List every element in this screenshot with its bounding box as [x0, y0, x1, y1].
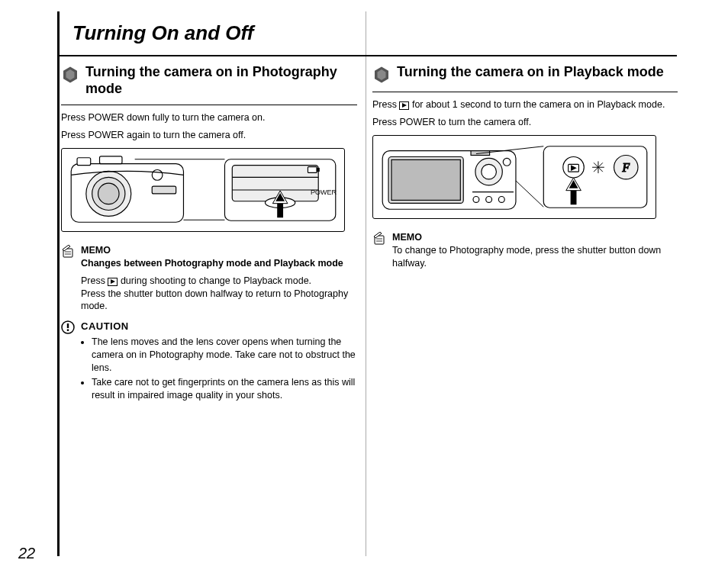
svg-rect-16 — [308, 167, 317, 173]
svg-point-7 — [98, 183, 119, 204]
memo-pencil-icon — [372, 232, 386, 246]
body-text: Press POWER to turn the camera off. — [372, 116, 678, 129]
memo-label: MEMO — [392, 231, 678, 244]
svg-rect-9 — [152, 186, 176, 194]
memo-pencil-icon — [61, 245, 75, 259]
svg-point-34 — [482, 164, 497, 179]
power-label-text: POWER — [311, 188, 337, 196]
hex-bullet-icon — [61, 66, 79, 84]
body-text: Press POWER down fully to turn the camer… — [61, 111, 357, 124]
svg-line-42 — [516, 181, 543, 207]
memo-label: MEMO — [81, 244, 357, 257]
page-title: Turning On and Off — [72, 21, 253, 45]
body-text: Press POWER again to turn the camera off… — [61, 129, 357, 142]
svg-point-39 — [498, 196, 504, 202]
right-column: Turning the camera on in Playback mode P… — [372, 61, 678, 274]
svg-rect-26 — [67, 323, 69, 328]
caution-item: The lens moves and the lens cover opens … — [92, 336, 357, 375]
svg-rect-17 — [317, 168, 319, 171]
svg-rect-3 — [77, 158, 91, 166]
left-column: Turning the camera on in Photography mod… — [61, 61, 357, 404]
svg-point-38 — [486, 196, 492, 202]
svg-point-8 — [152, 169, 163, 180]
svg-point-35 — [503, 158, 511, 166]
memo-block-left: MEMO Changes between Photography mode an… — [61, 244, 357, 270]
hex-bullet-icon — [372, 66, 391, 84]
page-left-rule — [57, 11, 60, 556]
illustration-photography: POWER — [61, 148, 345, 232]
caution-label: CAUTION — [81, 320, 129, 334]
section-title-playback: Turning the camera on in Playback mode — [397, 64, 664, 81]
play-icon — [399, 101, 409, 110]
svg-rect-13 — [232, 166, 318, 201]
caution-block: CAUTION — [61, 320, 357, 334]
center-divider — [366, 11, 366, 556]
svg-rect-27 — [67, 330, 69, 331]
section-title-photography: Turning the camera on in Photography mod… — [85, 64, 357, 97]
body-text: Press for about 1 second to turn the cam… — [372, 98, 678, 111]
section-head-photography: Turning the camera on in Photography mod… — [61, 61, 357, 105]
memo-text: Press the shutter button down halfway to… — [61, 288, 357, 314]
memo-block-right: MEMO To change to Photography mode, pres… — [372, 231, 678, 270]
section-rule-left — [61, 105, 357, 105]
title-rule — [57, 55, 677, 56]
section-head-playback: Turning the camera on in Playback mode — [372, 61, 678, 92]
page-number: 22 — [18, 545, 35, 562]
svg-text:F: F — [621, 161, 630, 174]
svg-rect-32 — [391, 159, 460, 200]
svg-rect-4 — [100, 156, 122, 164]
memo-subtitle: Changes between Photography mode and Pla… — [81, 257, 357, 270]
section-rule-right — [372, 92, 678, 92]
illustration-playback: F — [372, 135, 656, 219]
caution-item: Take care not to get fingerprints on the… — [92, 376, 357, 402]
caution-icon — [61, 320, 75, 334]
play-icon — [108, 278, 118, 286]
caution-list: The lens moves and the lens cover opens … — [61, 336, 357, 401]
svg-point-37 — [473, 196, 479, 202]
memo-text: Press during shooting to change to Playb… — [61, 275, 357, 288]
memo-text: To change to Photography mode, press the… — [392, 244, 678, 270]
